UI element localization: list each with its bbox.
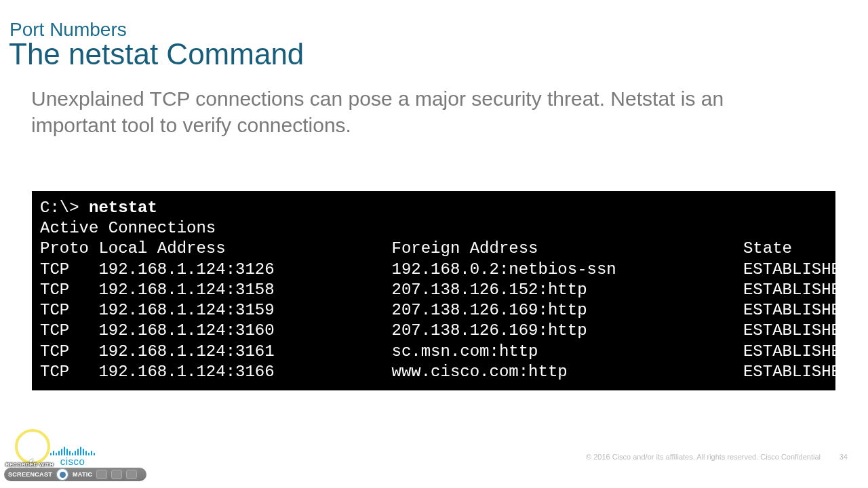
recorder-brand-a: SCREENCAST bbox=[8, 471, 52, 478]
terminal-active-label: Active Connections bbox=[40, 218, 827, 239]
recorder-watermark: RECORDED WITH bbox=[5, 462, 54, 468]
terminal-header-row: Proto Local Address Foreign Address Stat… bbox=[40, 239, 827, 259]
prompt-text: C:\> bbox=[40, 199, 89, 217]
terminal-row: TCP 192.168.1.124:3158 207.138.126.152:h… bbox=[40, 280, 827, 300]
page-title: The netstat Command bbox=[9, 37, 304, 71]
cisco-logo: cisco bbox=[50, 446, 95, 466]
terminal-row: TCP 192.168.1.124:3126 192.168.0.2:netbi… bbox=[40, 260, 827, 280]
terminal-command: netstat bbox=[89, 199, 157, 217]
recorder-mini-button-c[interactable] bbox=[126, 470, 137, 479]
record-icon[interactable] bbox=[56, 468, 68, 481]
recorder-mini-button-a[interactable] bbox=[96, 470, 107, 479]
terminal-row: TCP 192.168.1.124:3159 207.138.126.169:h… bbox=[40, 300, 827, 321]
terminal-block: C:\> netstat Active Connections Proto Lo… bbox=[32, 191, 835, 390]
terminal-prompt-line: C:\> netstat bbox=[40, 198, 827, 218]
cursor-highlight-circle bbox=[15, 429, 50, 464]
terminal-row: TCP 192.168.1.124:3166 www.cisco.com:htt… bbox=[40, 362, 827, 382]
recorder-brand-b: MATIC bbox=[73, 471, 92, 478]
terminal-row: TCP 192.168.1.124:3161 sc.msn.com:http E… bbox=[40, 342, 827, 362]
recorder-toolbar: SCREENCAST MATIC bbox=[4, 468, 146, 481]
slide-body-text: Unexplained TCP connections can pose a m… bbox=[31, 85, 814, 138]
footer-copyright: © 2016 Cisco and/or its affiliates. All … bbox=[586, 453, 821, 461]
recorder-mini-button-b[interactable] bbox=[111, 470, 122, 479]
cisco-bars-icon bbox=[50, 446, 95, 455]
slide-number: 34 bbox=[840, 453, 848, 461]
cisco-wordmark: cisco bbox=[60, 456, 85, 466]
terminal-row: TCP 192.168.1.124:3160 207.138.126.169:h… bbox=[40, 321, 827, 341]
